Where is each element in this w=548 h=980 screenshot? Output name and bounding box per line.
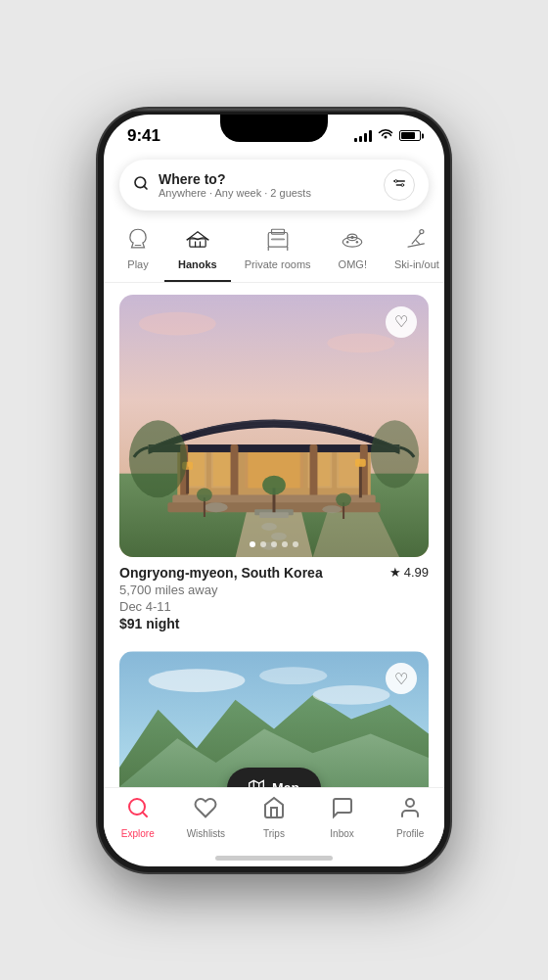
listing-title-1: Ongryong-myeon, South Korea — [119, 565, 323, 581]
omg-icon — [340, 226, 365, 256]
svg-point-60 — [327, 333, 394, 352]
svg-point-57 — [271, 532, 287, 539]
tab-ski-label: Ski-in/out — [394, 258, 439, 270]
listing-distance-1: 5,700 miles away — [119, 583, 429, 597]
dot-4 — [282, 541, 288, 547]
wishlists-nav-label: Wishlists — [187, 828, 225, 839]
svg-rect-36 — [310, 444, 318, 497]
svg-point-56 — [261, 523, 277, 531]
private-rooms-icon — [265, 226, 291, 256]
nav-profile[interactable]: Profile — [376, 796, 444, 839]
trips-nav-icon — [262, 796, 286, 825]
tab-play-label: Play — [127, 258, 148, 270]
explore-nav-icon — [126, 796, 150, 825]
filter-button[interactable] — [384, 169, 415, 201]
svg-point-16 — [351, 235, 354, 238]
battery-icon — [399, 130, 421, 141]
search-section: Where to? Anywhere · Any week · 2 guests — [104, 152, 444, 220]
listing-image-1[interactable]: ♡ — [119, 295, 429, 558]
notch — [220, 115, 328, 142]
svg-marker-65 — [250, 780, 264, 786]
svg-rect-11 — [271, 229, 284, 234]
inbox-nav-label: Inbox — [330, 828, 353, 839]
wifi-icon — [378, 128, 393, 143]
listing-image-2[interactable]: ♡ Map — [119, 651, 429, 786]
tab-private-rooms[interactable]: Private rooms — [231, 220, 325, 282]
wishlists-nav-icon — [194, 796, 217, 825]
star-icon: ★ — [389, 565, 401, 580]
tab-omg-label: OMG! — [339, 258, 367, 270]
svg-point-62 — [149, 669, 246, 692]
inbox-nav-icon — [331, 796, 354, 825]
svg-point-49 — [336, 492, 351, 506]
nav-trips[interactable]: Trips — [240, 796, 308, 839]
nav-wishlists[interactable]: Wishlists — [172, 796, 241, 839]
nav-inbox[interactable]: Inbox — [308, 796, 377, 839]
svg-point-19 — [420, 229, 424, 233]
listing-info-1: Ongryong-myeon, South Korea ★ 4.99 5,700… — [119, 565, 429, 631]
map-button[interactable]: Map — [227, 768, 321, 787]
nav-explore[interactable]: Explore — [104, 796, 172, 839]
svg-rect-30 — [213, 450, 234, 486]
svg-point-18 — [356, 241, 358, 243]
carousel-dots-1 — [250, 541, 298, 547]
category-tabs: Play Hanoks — [104, 220, 444, 283]
home-bar — [215, 856, 333, 861]
svg-point-5 — [401, 183, 404, 186]
map-icon — [249, 779, 264, 787]
app-content[interactable]: Where to? Anywhere · Any week · 2 guests — [104, 152, 444, 787]
bottom-nav: Explore Wishlists Trips — [104, 787, 444, 859]
explore-nav-label: Explore — [121, 828, 155, 839]
svg-point-70 — [406, 799, 414, 807]
dot-3 — [271, 541, 277, 547]
play-icon — [125, 226, 151, 256]
search-subtitle: Anywhere · Any week · 2 guests — [159, 187, 374, 199]
status-time: 9:41 — [127, 126, 160, 146]
profile-nav-icon — [398, 796, 422, 825]
listing-card-2[interactable]: ♡ Map — [119, 651, 429, 786]
status-bar: 9:41 — [104, 115, 444, 152]
tab-private-rooms-label: Private rooms — [245, 258, 311, 270]
status-icons — [354, 128, 421, 143]
svg-point-43 — [322, 505, 342, 513]
tab-ski[interactable]: Ski-in/out — [381, 220, 444, 282]
search-text-block[interactable]: Where to? Anywhere · Any week · 2 guests — [159, 171, 374, 199]
svg-line-1 — [144, 186, 147, 189]
listing-dates-1: Dec 4-11 — [119, 599, 429, 614]
svg-point-54 — [129, 420, 187, 497]
search-icon — [133, 175, 149, 194]
listings-container: ♡ Ongryong-myeon, South Korea — [104, 283, 444, 787]
trips-nav-label: Trips — [263, 828, 285, 839]
svg-rect-41 — [259, 512, 289, 518]
svg-point-45 — [262, 475, 286, 494]
svg-rect-52 — [186, 466, 189, 493]
dot-2 — [260, 541, 266, 547]
map-button-label: Map — [272, 780, 299, 786]
tab-play[interactable]: Play — [112, 220, 164, 282]
svg-point-59 — [139, 311, 216, 335]
wishlist-button-1[interactable]: ♡ — [386, 306, 417, 338]
listing-rating-1: ★ 4.99 — [389, 565, 429, 580]
svg-line-69 — [142, 812, 146, 816]
dot-5 — [293, 541, 298, 547]
svg-point-63 — [313, 685, 390, 705]
listing-card-1[interactable]: ♡ Ongryong-myeon, South Korea — [119, 295, 429, 632]
tab-hanoks[interactable]: Hanoks — [164, 220, 231, 282]
svg-point-55 — [371, 420, 419, 488]
signal-icon — [354, 130, 372, 142]
svg-rect-51 — [355, 458, 366, 466]
wishlist-button-2[interactable]: ♡ — [386, 663, 417, 694]
svg-point-17 — [346, 241, 348, 243]
listing-price-1: $91 night — [119, 616, 429, 631]
listing-top-row-1: Ongryong-myeon, South Korea ★ 4.99 — [119, 565, 429, 581]
svg-point-42 — [205, 502, 228, 512]
screen: 9:41 — [104, 115, 444, 866]
hanoks-icon — [185, 226, 210, 256]
tab-omg[interactable]: OMG! — [325, 220, 381, 282]
ski-icon — [404, 226, 430, 256]
svg-point-4 — [394, 179, 397, 182]
search-bar[interactable]: Where to? Anywhere · Any week · 2 guests — [119, 160, 429, 210]
search-where-label: Where to? — [159, 171, 374, 187]
svg-rect-35 — [231, 444, 239, 497]
home-indicator — [104, 859, 444, 866]
